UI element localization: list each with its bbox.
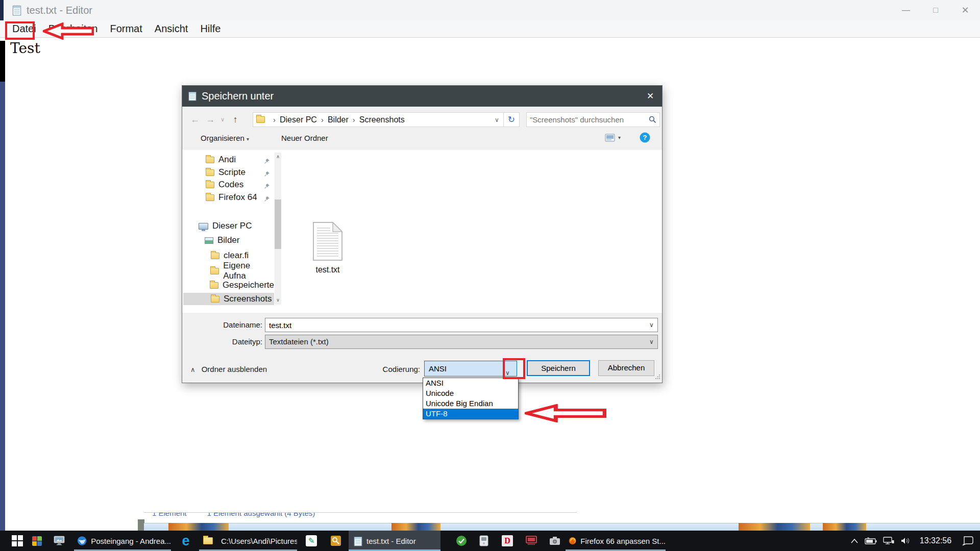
search-box[interactable]	[526, 112, 660, 127]
notification-bubble-icon	[962, 536, 973, 545]
tray-volume[interactable]	[897, 531, 914, 551]
annotation-arrow-menu	[43, 22, 94, 40]
encoding-option-unicode[interactable]: Unicode	[423, 388, 518, 398]
tray-battery[interactable]	[863, 531, 879, 551]
encoding-dropdown-list: ANSI Unicode Unicode Big Endian UTF-8	[423, 378, 519, 419]
dialog-titlebar[interactable]: Speichern unter ✕	[182, 86, 662, 107]
notepad-icon	[354, 536, 362, 546]
encoding-option-ansi[interactable]: ANSI	[423, 378, 518, 388]
svg-text:?: ?	[643, 134, 647, 141]
file-name-label: test.txt	[305, 265, 351, 274]
nav-up-button[interactable]: ↑	[229, 112, 241, 127]
menu-hilfe[interactable]: Hilfe	[198, 23, 223, 35]
firefox-icon	[569, 535, 576, 546]
background-window-edge	[144, 523, 980, 531]
start-button[interactable]	[7, 531, 28, 551]
taskbar-icon-notes[interactable]: ✎	[301, 531, 322, 551]
taskbar-icon-antivirus[interactable]	[451, 531, 472, 551]
taskbar-task-firefox[interactable]: Firefox 66 anpassen St...	[566, 531, 666, 551]
new-folder-button[interactable]: Neuer Ordner	[281, 132, 328, 145]
resize-grip[interactable]	[655, 372, 660, 381]
filename-input[interactable]	[265, 318, 658, 332]
sidebar-scrollbar[interactable]: ∧ ∨	[275, 153, 281, 305]
tray-action-center[interactable]	[959, 531, 977, 551]
folder-icon	[206, 157, 214, 163]
sidebar-item-gespeicherte[interactable]: Gespeicherte	[183, 279, 274, 291]
breadcrumb-bilder[interactable]: Bilder	[328, 115, 349, 124]
encoding-option-unicode-big-endian[interactable]: Unicode Big Endian	[423, 398, 518, 409]
notepad-text-content[interactable]: Test	[10, 40, 40, 57]
camera-icon	[549, 536, 560, 545]
filetype-label: Dateityp:	[182, 335, 262, 349]
folder-icon	[256, 116, 265, 123]
nav-history-chevron[interactable]: ∨	[219, 112, 226, 127]
sidebar-item-andi[interactable]: Andi	[183, 154, 274, 166]
scroll-up-icon[interactable]: ∧	[275, 153, 281, 161]
taskbar-icon-edge[interactable]: e	[176, 531, 196, 551]
desktop-sliver-navy	[0, 82, 5, 531]
filetype-select[interactable]: Textdateien (*.txt)	[265, 335, 658, 349]
text-file-icon	[313, 222, 342, 261]
breadcrumb-screenshots[interactable]: Screenshots	[359, 115, 405, 124]
view-mode-caret-icon[interactable]: ▾	[618, 135, 621, 140]
menu-format[interactable]: Format	[108, 23, 144, 35]
taskbar-task-explorer[interactable]: C:\Users\Andi\Pictures...	[199, 531, 297, 551]
file-item-testtxt[interactable]: test.txt	[305, 222, 351, 274]
taskbar-icon-presentation[interactable]	[49, 531, 69, 551]
battery-icon	[865, 537, 877, 544]
windows-logo-icon	[12, 535, 23, 546]
taskbar-task-mail[interactable]: Posteingang - Andrea...	[74, 531, 171, 551]
taskbar-icon-drive[interactable]	[474, 531, 494, 551]
nav-forward-button[interactable]: →	[204, 112, 217, 127]
menu-ansicht[interactable]: Ansicht	[153, 23, 190, 35]
tray-network[interactable]	[880, 531, 897, 551]
breadcrumb-dieser-pc[interactable]: Dieser PC	[280, 115, 317, 124]
dialog-close-button[interactable]: ✕	[639, 86, 662, 107]
tray-expand-button[interactable]	[847, 531, 862, 551]
folder-icon	[206, 169, 214, 176]
computer-icon	[199, 223, 208, 230]
annotation-box-datei	[5, 21, 35, 40]
refresh-icon[interactable]: ↻	[504, 114, 519, 125]
close-button[interactable]: ✕	[950, 0, 980, 20]
breadcrumb[interactable]: › Dieser PC › Bilder › Screenshots ∨ ↻	[253, 112, 520, 127]
taskbar-task-notepad-active[interactable]: test.txt - Editor	[349, 531, 440, 551]
sidebar-item-firefox64[interactable]: Firefox 64	[183, 191, 274, 204]
notepad-menubar: Datei Bearbeiten Format Ansicht Hilfe	[0, 20, 980, 38]
cancel-button[interactable]: Abbrechen	[598, 360, 654, 376]
sidebar-item-codes[interactable]: Codes	[183, 179, 274, 191]
filename-dropdown-chevron[interactable]: ∨	[649, 321, 654, 329]
save-button[interactable]: Speichern	[527, 360, 590, 376]
sidebar-item-clearfi[interactable]: clear.fi	[183, 249, 274, 262]
speaker-icon	[900, 537, 911, 545]
sidebar-item-bilder[interactable]: Bilder	[183, 234, 274, 246]
address-dropdown-chevron[interactable]: ∨	[491, 116, 503, 123]
sidebar-item-scripte[interactable]: Scripte	[183, 166, 274, 179]
sidebar-item-eigene-aufnahmen[interactable]: Eigene Aufna	[183, 265, 274, 277]
view-mode-icon[interactable]	[605, 134, 615, 143]
sidebar-item-dieser-pc[interactable]: Dieser PC	[183, 220, 274, 232]
search-input[interactable]	[527, 115, 649, 124]
breadcrumb-separator: ›	[321, 115, 324, 124]
taskbar-icon-media-viewer[interactable]	[27, 531, 47, 551]
hide-folders-button[interactable]: ∧ Ordner ausblenden	[190, 363, 267, 375]
tray-clock[interactable]: 13:32:56	[914, 531, 958, 551]
organize-button[interactable]: Organisieren ▾	[201, 132, 249, 145]
notepad-icon	[188, 91, 197, 103]
sidebar-item-screenshots[interactable]: Screenshots	[183, 293, 274, 305]
nav-back-button[interactable]: ←	[188, 112, 202, 127]
encoding-option-utf8[interactable]: UTF-8	[423, 409, 518, 419]
filetype-dropdown-chevron[interactable]: ∨	[649, 338, 654, 345]
scrollbar-thumb[interactable]	[275, 199, 281, 249]
folder-icon	[210, 282, 218, 289]
taskbar-icon-remote-display[interactable]	[521, 531, 542, 551]
taskbar-icon-camera[interactable]	[545, 531, 565, 551]
scroll-down-icon[interactable]: ∨	[275, 295, 281, 305]
dialog-title: Speichern unter	[202, 86, 274, 107]
maximize-button[interactable]: □	[921, 0, 950, 20]
minimize-button[interactable]: —	[891, 0, 921, 20]
taskbar-icon-d-tool[interactable]: D	[497, 531, 518, 551]
help-button[interactable]: ?	[640, 132, 650, 144]
filename-label: Dateiname:	[182, 318, 262, 332]
taskbar-icon-keepass[interactable]	[326, 531, 346, 551]
